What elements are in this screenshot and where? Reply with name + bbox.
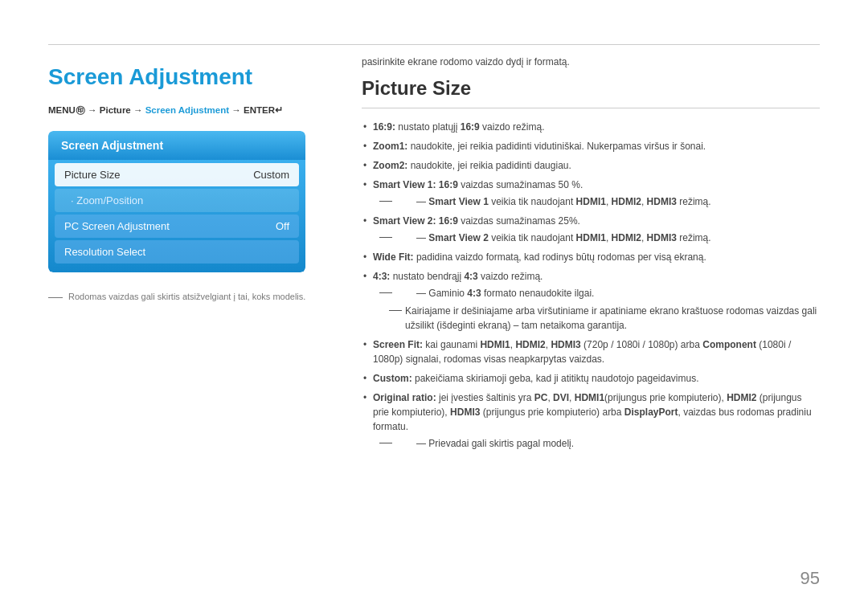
list-item: Zoom2: naudokite, jei reikia padidinti d… bbox=[362, 158, 820, 173]
menu-symbol: ㊞ bbox=[76, 105, 85, 115]
picture-text: Picture bbox=[100, 105, 131, 115]
screen-adjustment-link: Screen Adjustment bbox=[145, 105, 229, 115]
enter-symbol: ↵ bbox=[275, 105, 283, 115]
page-container: Screen Adjustment MENU㊞ → Picture → Scre… bbox=[0, 0, 868, 613]
left-footnote: Rodomas vaizdas gali skirtis atsižvelgia… bbox=[48, 292, 346, 301]
left-column: Screen Adjustment MENU㊞ → Picture → Scre… bbox=[48, 56, 346, 301]
arrow1: → bbox=[88, 105, 100, 115]
list-item: Screen Fit: kai gaunami HDMI1, HDMI2, HD… bbox=[362, 337, 820, 366]
menu-item-picture-size[interactable]: Picture Size Custom bbox=[55, 163, 299, 186]
menu-item-resolution-select[interactable]: Resolution Select bbox=[55, 240, 299, 264]
sub-note-text-2: Kairiajame ir dešiniajame arba viršutini… bbox=[405, 304, 820, 333]
bullet-text: Smart View 2: 16:9 vaizdas sumažinamas 2… bbox=[373, 215, 580, 227]
item-value-picture-size: Custom bbox=[253, 169, 289, 181]
sub-note-2: Kairiajame ir dešiniajame arba viršutini… bbox=[383, 304, 820, 333]
list-item: Zoom1: naudokite, jei reikia padidinti v… bbox=[362, 139, 820, 153]
item-label-picture-size: Picture Size bbox=[64, 169, 120, 181]
breadcrumb: MENU㊞ → Picture → Screen Adjustment → EN… bbox=[48, 104, 346, 116]
sub-note-original: — Prievadai gali skirtis pagal modelį. bbox=[373, 436, 820, 451]
bullet-text: 16:9: nustato platųjį 16:9 vaizdo režimą… bbox=[373, 121, 544, 133]
panel-header: Screen Adjustment bbox=[48, 131, 305, 160]
section-title: Picture Size bbox=[362, 77, 820, 108]
list-item: Smart View 1: 16:9 vaizdas sumažinamas 5… bbox=[362, 178, 820, 209]
list-item: Original ratio: jei įvesties šaltinis yr… bbox=[362, 390, 820, 451]
item-value-pc-screen: Off bbox=[276, 220, 289, 232]
screen-adjustment-panel: Screen Adjustment Picture Size Custom · … bbox=[48, 131, 305, 272]
item-label-zoom-position: · Zoom/Position bbox=[71, 194, 143, 206]
bullet-text: Original ratio: jei įvesties šaltinis yr… bbox=[373, 392, 812, 432]
sub-note-text: — Gaminio 4:3 formato nenaudokite ilgai. bbox=[395, 286, 820, 300]
intro-text: pasirinkite ekrane rodomo vaizdo dydį ir… bbox=[362, 56, 820, 67]
bullet-text: Screen Fit: kai gaunami HDMI1, HDMI2, HD… bbox=[373, 339, 791, 365]
bullet-list: 16:9: nustato platųjį 16:9 vaizdo režimą… bbox=[362, 120, 820, 451]
list-item: 16:9: nustato platųjį 16:9 vaizdo režimą… bbox=[362, 120, 820, 134]
footnote-line bbox=[48, 297, 63, 298]
page-number: 95 bbox=[800, 568, 820, 589]
sub-note-original-text: — Prievadai gali skirtis pagal modelį. bbox=[395, 436, 820, 451]
bullet-text: Custom: pakeičiama skiriamoji geba, kad … bbox=[373, 373, 699, 384]
enter-text: ENTER bbox=[244, 105, 275, 115]
list-item: Smart View 2: 16:9 vaizdas sumažinamas 2… bbox=[362, 214, 820, 245]
page-title: Screen Adjustment bbox=[48, 64, 346, 90]
list-item: Wide Fit: padidina vaizdo formatą, kad r… bbox=[362, 250, 820, 264]
sub-note: — Smart View 1 veikia tik naudojant HDMI… bbox=[373, 194, 820, 209]
menu-text: MENU bbox=[48, 105, 76, 115]
sub-note-text: — Smart View 2 veikia tik naudojant HDMI… bbox=[395, 231, 820, 245]
menu-item-pc-screen[interactable]: PC Screen Adjustment Off bbox=[55, 215, 299, 238]
sub-note: — Gaminio 4:3 formato nenaudokite ilgai. bbox=[373, 286, 820, 300]
panel-body: Picture Size Custom · Zoom/Position PC S… bbox=[48, 160, 305, 272]
list-item: 4:3: nustato bendrąjį 4:3 vaizdo režimą.… bbox=[362, 269, 820, 333]
arrow3: → bbox=[231, 105, 244, 115]
footnote-text: Rodomas vaizdas gali skirtis atsižvelgia… bbox=[68, 292, 305, 301]
item-label-pc-screen: PC Screen Adjustment bbox=[64, 220, 170, 232]
item-label-resolution-select: Resolution Select bbox=[64, 246, 145, 258]
bullet-text: Smart View 1: 16:9 vaizdas sumažinamas 5… bbox=[373, 179, 583, 190]
bullet-text: Wide Fit: padidina vaizdo formatą, kad r… bbox=[373, 251, 706, 263]
sub-note-text: — Smart View 1 veikia tik naudojant HDMI… bbox=[395, 194, 820, 209]
arrow2: → bbox=[133, 105, 145, 115]
right-column: pasirinkite ekrane rodomo vaizdo dydį ir… bbox=[362, 56, 820, 456]
sub-note: — Smart View 2 veikia tik naudojant HDMI… bbox=[373, 231, 820, 245]
top-rule bbox=[48, 44, 820, 45]
bullet-text: Zoom2: naudokite, jei reikia padidinti d… bbox=[373, 160, 571, 171]
menu-item-zoom-position[interactable]: · Zoom/Position bbox=[55, 189, 299, 212]
list-item: Custom: pakeičiama skiriamoji geba, kad … bbox=[362, 371, 820, 386]
bullet-text: 4:3: nustato bendrąjį 4:3 vaizdo režimą. bbox=[373, 271, 542, 282]
bullet-text: Zoom1: naudokite, jei reikia padidinti v… bbox=[373, 141, 706, 152]
